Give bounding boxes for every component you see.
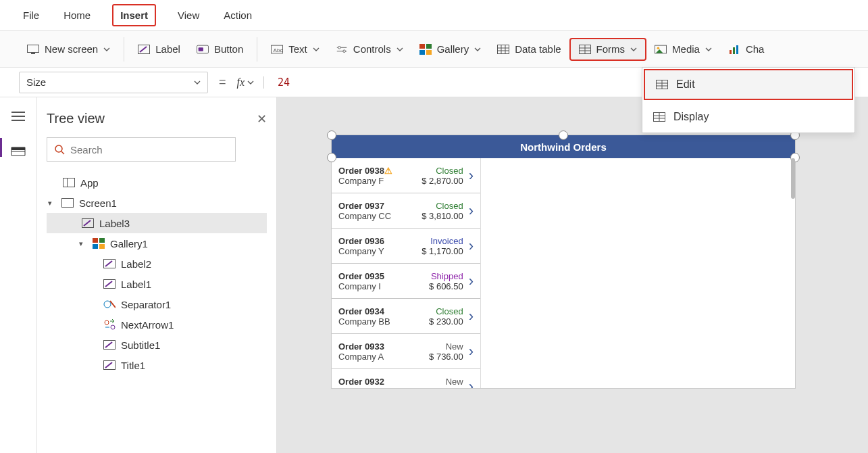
order-id: Order 0933 [338,341,429,352]
chevron-right-icon[interactable]: › [469,378,474,389]
label-icon [103,359,116,371]
tree-item-screen1[interactable]: ▾Screen1 [47,193,267,213]
chevron-right-icon[interactable]: › [469,202,474,220]
svg-point-16 [657,47,660,49]
order-company: Company BB [338,316,429,327]
hamburger-icon[interactable] [10,108,26,124]
chevron-right-icon[interactable]: › [469,343,474,360]
order-row[interactable]: Order 0937Company CCClosed$ 3,810.00› [332,193,480,229]
tree-panel: Tree view ✕ App▾Screen1Label3▾Gallery1La… [37,97,277,453]
svg-rect-0 [28,45,39,52]
button-button[interactable]: Button [188,39,251,59]
data-table-label: Data table [515,43,561,55]
tree-item-gallery1[interactable]: ▾Gallery1 [47,233,267,254]
main-area: Tree view ✕ App▾Screen1Label3▾Gallery1La… [0,97,868,453]
menu-bar: File Home Insert View Action [0,0,868,31]
forms-edit-item[interactable]: Edit [644,69,853,100]
forms-display-item[interactable]: Display [642,101,854,133]
svg-rect-4 [199,47,203,51]
svg-rect-23 [62,199,74,208]
label-icon [138,43,150,55]
gallery-divider [480,158,481,388]
order-row[interactable]: Order 0932Company KNew$ 800.00› [332,369,480,388]
gallery-button[interactable]: Gallery [411,39,490,59]
svg-point-32 [105,320,109,325]
svg-rect-19 [736,45,738,54]
order-status: Invoiced [422,236,463,246]
chevron-down-icon [103,46,110,53]
charts-button[interactable]: Cha [720,39,773,59]
order-gallery[interactable]: Order 0938⚠Company FClosed$ 2,870.00›Ord… [332,158,795,388]
formula-value[interactable]: 24 [271,76,290,89]
new-screen-button[interactable]: New screen [19,39,118,59]
controls-label: Controls [353,43,391,55]
close-icon[interactable]: ✕ [257,112,267,126]
chevron-down-icon [474,46,481,53]
svg-rect-9 [419,44,425,49]
order-id: Order 0937 [338,201,422,211]
chevron-down-icon [397,46,403,53]
controls-button[interactable]: Controls [328,39,411,59]
label-icon [103,339,116,351]
chevron-right-icon[interactable]: › [469,237,474,255]
tree-search[interactable] [47,137,236,162]
chevron-right-icon[interactable]: › [469,308,474,325]
label-icon [103,278,116,290]
tree-item-app[interactable]: App [47,172,267,193]
property-select[interactable]: Size [19,72,208,93]
tree-item-label2[interactable]: Label2 [47,254,267,274]
label-button[interactable]: Label [130,39,188,59]
tree-caret[interactable]: ▾ [79,239,87,248]
screen-icon [61,197,74,209]
canvas[interactable]: Northwind Orders Order 0938⚠Company FClo… [277,97,868,453]
tree-item-subtitle1[interactable]: Subtitle1 [47,335,267,355]
controls-icon [336,43,348,55]
search-input[interactable] [70,144,228,156]
order-row[interactable]: Order 0938⚠Company FClosed$ 2,870.00› [332,158,480,193]
forms-edit-label: Edit [676,78,695,91]
scrollbar[interactable] [791,158,795,199]
separator [257,37,257,62]
tree-item-label: Title1 [121,360,145,371]
text-icon: Abc [271,43,283,55]
order-row[interactable]: Order 0935Company IShipped$ 606.50› [332,264,480,299]
property-name: Size [26,76,46,88]
forms-dropdown: Edit Display [642,67,855,133]
svg-point-8 [343,49,346,52]
tree-view-icon[interactable] [10,143,26,160]
text-button[interactable]: Abc Text [263,39,328,59]
warning-icon: ⚠ [384,166,392,176]
chevron-right-icon[interactable]: › [469,272,474,290]
order-company: Company I [338,281,429,291]
data-table-button[interactable]: Data table [489,39,569,59]
fx-button[interactable]: fx [237,76,265,89]
selection-handle[interactable] [327,130,336,140]
order-company: Company A [338,352,429,362]
tree-item-label3[interactable]: Label3 [47,213,267,233]
tree-item-label: Label1 [121,279,151,290]
order-row[interactable]: Order 0936Company YInvoiced$ 1,170.00› [332,229,480,264]
chevron-right-icon[interactable]: › [469,167,474,185]
menu-insert[interactable]: Insert [112,4,156,26]
tree-item-label: Subtitle1 [121,339,160,351]
menu-file[interactable]: File [20,3,42,28]
order-id: Order 0932 [338,377,429,387]
tree-item-label1[interactable]: Label1 [47,274,267,294]
forms-button[interactable]: Forms [569,38,647,61]
menu-home[interactable]: Home [61,3,93,28]
ribbon: New screen Label Button Abc Text Control… [0,31,868,68]
order-row[interactable]: Order 0933Company ANew$ 736.00› [332,334,480,369]
menu-view[interactable]: View [175,3,202,28]
tree-caret[interactable]: ▾ [48,199,56,208]
button-icon [197,43,209,55]
tree-item-title1[interactable]: Title1 [47,355,267,375]
media-button[interactable]: Media [646,39,720,59]
menu-action[interactable]: Action [221,3,255,28]
order-row[interactable]: Order 0934Company BBClosed$ 230.00› [332,299,480,334]
selection-handle[interactable] [559,130,568,140]
gallery-label: Gallery [437,43,469,55]
tree-item-label: NextArrow1 [121,319,174,331]
gallery-icon [419,43,432,55]
tree-item-separator1[interactable]: Separator1 [47,294,267,314]
tree-item-nextarrow1[interactable]: NextArrow1 [47,314,267,335]
